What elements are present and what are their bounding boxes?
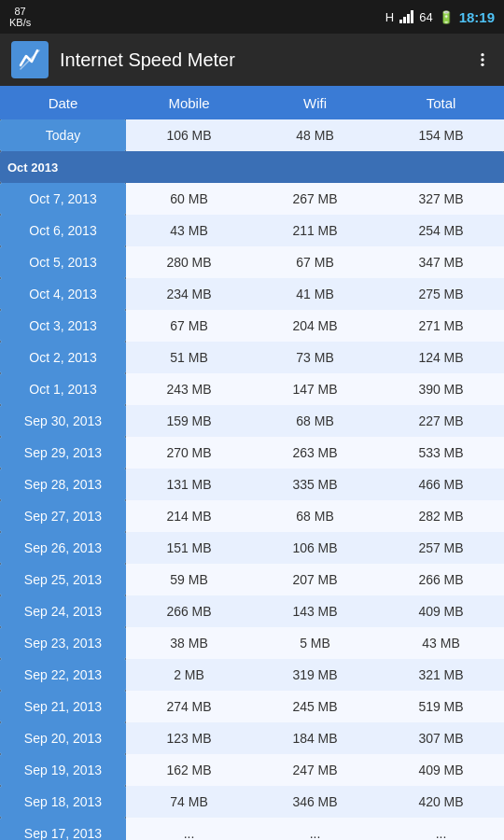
table-row: Sep 18, 201374 MB346 MB420 MB bbox=[0, 786, 504, 818]
speed-value: 87 bbox=[14, 6, 25, 17]
total-cell: 420 MB bbox=[378, 786, 504, 818]
table-row: Oct 3, 201367 MB204 MB271 MB bbox=[0, 310, 504, 342]
total-cell: 409 MB bbox=[378, 754, 504, 786]
table-row: Today106 MB48 MB154 MB bbox=[0, 119, 504, 151]
table-row: Sep 20, 2013123 MB184 MB307 MB bbox=[0, 722, 504, 754]
date-cell: Oct 2, 2013 bbox=[0, 342, 126, 373]
wifi-cell: 67 MB bbox=[252, 246, 378, 278]
mobile-cell: 106 MB bbox=[126, 119, 252, 151]
wifi-cell: 41 MB bbox=[252, 278, 378, 310]
total-cell: 275 MB bbox=[378, 278, 504, 310]
total-cell: 257 MB bbox=[378, 532, 504, 564]
date-cell: Sep 25, 2013 bbox=[0, 564, 126, 595]
total-cell: 347 MB bbox=[378, 246, 504, 278]
table-row: Sep 23, 201338 MB5 MB43 MB bbox=[0, 627, 504, 659]
wifi-cell: 263 MB bbox=[252, 437, 378, 469]
date-cell: Sep 18, 2013 bbox=[0, 786, 126, 818]
table-row: Sep 17, 2013......... bbox=[0, 818, 504, 840]
date-cell: Sep 19, 2013 bbox=[0, 754, 126, 786]
date-cell: Sep 21, 2013 bbox=[0, 691, 126, 722]
wifi-cell: 68 MB bbox=[252, 405, 378, 437]
wifi-cell: 267 MB bbox=[252, 183, 378, 215]
total-cell: 519 MB bbox=[378, 691, 504, 722]
date-cell: Oct 7, 2013 bbox=[0, 183, 126, 215]
date-cell: Sep 22, 2013 bbox=[0, 659, 126, 691]
wifi-cell: 207 MB bbox=[252, 564, 378, 595]
date-cell: Sep 28, 2013 bbox=[0, 469, 126, 500]
mobile-cell: 131 MB bbox=[126, 469, 252, 500]
wifi-cell: 73 MB bbox=[252, 342, 378, 373]
table-row: Oct 4, 2013234 MB41 MB275 MB bbox=[0, 278, 504, 310]
table-row: Sep 26, 2013151 MB106 MB257 MB bbox=[0, 532, 504, 564]
col-header-mobile: Mobile bbox=[126, 86, 252, 119]
date-cell: Oct 5, 2013 bbox=[0, 246, 126, 278]
mobile-cell: 270 MB bbox=[126, 437, 252, 469]
app-bar: Internet Speed Meter bbox=[0, 34, 504, 86]
table-row: Oct 5, 2013280 MB67 MB347 MB bbox=[0, 246, 504, 278]
app-logo-icon bbox=[17, 47, 43, 73]
table-row: Oct 1, 2013243 MB147 MB390 MB bbox=[0, 373, 504, 405]
status-right: H 64 🔋 18:19 bbox=[385, 9, 495, 25]
total-cell: 227 MB bbox=[378, 405, 504, 437]
total-cell: ... bbox=[378, 818, 504, 840]
total-cell: 124 MB bbox=[378, 342, 504, 373]
wifi-cell: 143 MB bbox=[252, 595, 378, 627]
table-row: Sep 28, 2013131 MB335 MB466 MB bbox=[0, 469, 504, 500]
table-row: Oct 6, 201343 MB211 MB254 MB bbox=[0, 215, 504, 246]
mobile-cell: 67 MB bbox=[126, 310, 252, 342]
total-cell: 466 MB bbox=[378, 469, 504, 500]
date-cell: Sep 30, 2013 bbox=[0, 405, 126, 437]
table-row: Sep 21, 2013274 MB245 MB519 MB bbox=[0, 691, 504, 722]
total-cell: 390 MB bbox=[378, 373, 504, 405]
date-cell: Sep 27, 2013 bbox=[0, 500, 126, 532]
time-display: 18:19 bbox=[459, 9, 495, 25]
svg-point-1 bbox=[481, 58, 483, 61]
section-header-oct2013: Oct 2013 bbox=[0, 151, 504, 183]
wifi-cell: 106 MB bbox=[252, 532, 378, 564]
wifi-cell: 211 MB bbox=[252, 215, 378, 246]
battery-level: 64 bbox=[419, 10, 432, 24]
mobile-cell: 38 MB bbox=[126, 627, 252, 659]
table-row: Sep 29, 2013270 MB263 MB533 MB bbox=[0, 437, 504, 469]
date-cell: Sep 17, 2013 bbox=[0, 818, 126, 840]
mobile-cell: 274 MB bbox=[126, 691, 252, 722]
table-row: Oct 7, 201360 MB267 MB327 MB bbox=[0, 183, 504, 215]
wifi-cell: 5 MB bbox=[252, 627, 378, 659]
table-row: Sep 30, 2013159 MB68 MB227 MB bbox=[0, 405, 504, 437]
date-cell: Sep 20, 2013 bbox=[0, 722, 126, 754]
mobile-cell: 74 MB bbox=[126, 786, 252, 818]
col-header-wifi: Wifi bbox=[252, 86, 378, 119]
col-header-total: Total bbox=[378, 86, 504, 119]
network-type: H bbox=[385, 10, 394, 24]
col-header-date: Date bbox=[0, 86, 126, 119]
date-cell: Oct 6, 2013 bbox=[0, 215, 126, 246]
date-cell: Sep 24, 2013 bbox=[0, 595, 126, 627]
wifi-cell: ... bbox=[252, 818, 378, 840]
table-row: Oct 2, 201351 MB73 MB124 MB bbox=[0, 342, 504, 373]
total-cell: 254 MB bbox=[378, 215, 504, 246]
table-row: Sep 22, 20132 MB319 MB321 MB bbox=[0, 659, 504, 691]
mobile-cell: 60 MB bbox=[126, 183, 252, 215]
app-title: Internet Speed Meter bbox=[60, 49, 461, 71]
svg-point-0 bbox=[481, 53, 483, 56]
total-cell: 409 MB bbox=[378, 595, 504, 627]
total-cell: 327 MB bbox=[378, 183, 504, 215]
wifi-cell: 247 MB bbox=[252, 754, 378, 786]
table-row: Sep 19, 2013162 MB247 MB409 MB bbox=[0, 754, 504, 786]
speed-indicator: 87 KB/s bbox=[9, 6, 31, 28]
total-cell: 266 MB bbox=[378, 564, 504, 595]
date-cell: Oct 3, 2013 bbox=[0, 310, 126, 342]
wifi-cell: 346 MB bbox=[252, 786, 378, 818]
overflow-menu-button[interactable] bbox=[472, 49, 493, 71]
data-table-container: Date Mobile Wifi Total Today106 MB48 MB1… bbox=[0, 86, 504, 840]
mobile-cell: 162 MB bbox=[126, 754, 252, 786]
total-cell: 533 MB bbox=[378, 437, 504, 469]
mobile-cell: 280 MB bbox=[126, 246, 252, 278]
wifi-cell: 204 MB bbox=[252, 310, 378, 342]
table-row: Sep 24, 2013266 MB143 MB409 MB bbox=[0, 595, 504, 627]
mobile-cell: 243 MB bbox=[126, 373, 252, 405]
signal-icon bbox=[399, 10, 413, 23]
date-cell: Oct 4, 2013 bbox=[0, 278, 126, 310]
date-cell: Sep 26, 2013 bbox=[0, 532, 126, 564]
svg-point-2 bbox=[481, 63, 483, 66]
